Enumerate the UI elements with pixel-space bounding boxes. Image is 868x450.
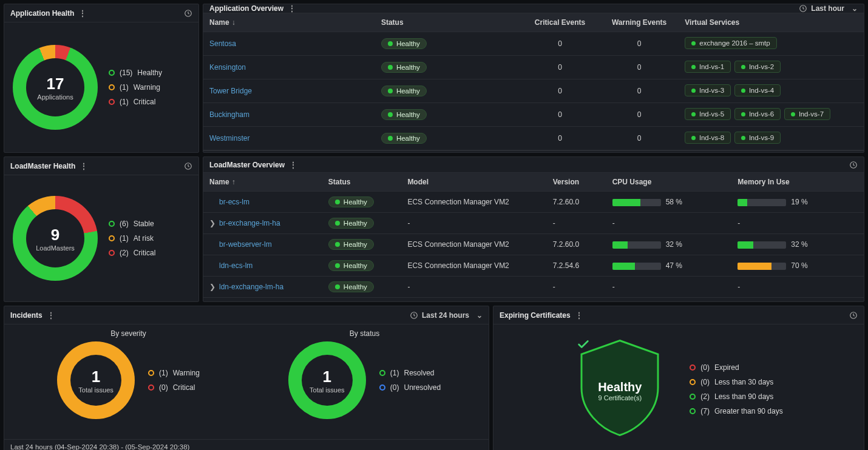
col-version[interactable]: Version <box>547 173 606 192</box>
legend-lm-health: (6)Stable(1)At risk(2)Critical <box>109 220 155 257</box>
usage-cell: 53 % <box>731 298 864 301</box>
version-cell: 7.2.48.9 <box>547 298 606 301</box>
panel-loadmaster-overview: LoadMaster Overview ⋮ Name↑ Status Model… <box>203 156 864 302</box>
vs-badge[interactable]: lnd-vs-4 <box>734 84 781 96</box>
app-link[interactable]: Westminster <box>209 134 249 143</box>
lm-link[interactable]: br-webserver-lm <box>219 240 272 249</box>
vs-badge[interactable]: exchange 2016 – smtp <box>685 37 776 49</box>
col-name[interactable]: Name↑ <box>203 173 322 192</box>
model-cell: ECS Connection Manager VM2 <box>401 234 546 255</box>
time-range-picker[interactable]: Last 24 hours ⌄ <box>410 311 483 320</box>
col-warning[interactable]: Warning Events <box>600 13 679 32</box>
vs-badge[interactable]: lnd-vs-8 <box>685 132 731 144</box>
usage-bar <box>612 241 661 249</box>
usage-cell: 47 % <box>606 255 732 277</box>
legend-item[interactable]: (2)Less than 90 days <box>690 392 782 401</box>
table-row[interactable]: BuckinghamHealthy00lnd-vs-5lnd-vs-6lnd-v… <box>203 103 864 127</box>
status-dot-icon <box>379 385 385 391</box>
legend-item[interactable]: (1)Critical <box>109 98 162 106</box>
legend-count: (6) <box>120 220 129 228</box>
kebab-menu[interactable]: ⋮ <box>290 161 297 169</box>
lm-link[interactable]: br-exchange-lm-ha <box>219 219 280 227</box>
kebab-menu[interactable]: ⋮ <box>79 9 86 18</box>
col-name[interactable]: Name↓ <box>203 13 375 32</box>
vs-cell: lnd-vs-5lnd-vs-6lnd-vs-7 <box>679 103 864 127</box>
status-dot-icon <box>335 284 340 289</box>
usage-pct: 58 % <box>666 198 690 206</box>
expand-toggle[interactable]: ❯ <box>209 219 215 227</box>
expand-toggle[interactable]: ❯ <box>209 283 215 291</box>
status-dot-icon <box>388 89 393 93</box>
table-row[interactable]: Tower BridgeHealthy00lnd-vs-3lnd-vs-4 <box>203 79 864 103</box>
legend-label: Critical <box>134 249 156 257</box>
legend-item[interactable]: (1)Warning <box>148 369 200 377</box>
vs-badge[interactable]: lnd-vs-7 <box>784 108 830 120</box>
legend-item[interactable]: (1)Warning <box>109 83 162 92</box>
col-status[interactable]: Status <box>375 13 520 32</box>
shield-badge: Healthy 9 Certificate(s) <box>574 338 665 441</box>
lm-link[interactable]: ldn-exchange-lm-ha <box>219 283 283 291</box>
status-dot-icon <box>741 112 745 116</box>
status-dot-icon <box>109 235 115 241</box>
app-link[interactable]: Sentosa <box>209 39 236 48</box>
usage-bar <box>737 199 786 206</box>
app-link[interactable]: Tower Bridge <box>209 87 252 95</box>
status-dot-icon <box>335 263 340 268</box>
donut-label: Applications <box>37 93 73 101</box>
kebab-menu[interactable]: ⋮ <box>575 311 583 320</box>
legend-item[interactable]: (15)Healthy <box>109 69 162 77</box>
vs-badge[interactable]: lnd-vs-1 <box>685 61 731 73</box>
warning-count: 0 <box>600 56 679 79</box>
table-row[interactable]: SentosaHealthy00exchange 2016 – smtp <box>203 32 864 56</box>
legend-item[interactable]: (2)Critical <box>109 249 155 257</box>
table-row[interactable]: WestminsterHealthy00lnd-vs-8lnd-vs-9 <box>203 127 864 150</box>
col-mem[interactable]: Memory In Use <box>731 173 864 192</box>
kebab-menu[interactable]: ⋮ <box>288 4 296 13</box>
lm-link[interactable]: br-ecs-lm <box>219 198 249 206</box>
legend-item[interactable]: (0)Unresolved <box>379 383 441 392</box>
vs-badge[interactable]: lnd-vs-3 <box>685 84 731 96</box>
vs-badge[interactable]: lnd-vs-9 <box>734 132 781 144</box>
legend-count: (0) <box>700 363 710 372</box>
chevron-down-icon: ⌄ <box>852 4 858 13</box>
table-row[interactable]: KensingtonHealthy00lnd-vs-1lnd-vs-2 <box>203 56 864 79</box>
lm-link[interactable]: ldn-ecs-lm <box>219 261 253 270</box>
vs-badge[interactable]: lnd-vs-2 <box>734 61 781 73</box>
status-dot-icon <box>388 41 393 46</box>
col-vs[interactable]: Virtual Services <box>679 13 864 32</box>
legend-incidents-status: (1)Resolved(0)Unresolved <box>379 369 441 392</box>
vs-badge[interactable]: lnd-vs-6 <box>734 108 781 120</box>
table-row[interactable]: br-ecs-lmHealthyECS Connection Manager V… <box>203 192 864 213</box>
sort-desc-icon: ↓ <box>232 18 236 27</box>
col-model[interactable]: Model <box>401 173 546 192</box>
version-cell: - <box>547 277 606 298</box>
legend-app-health: (15)Healthy(1)Warning(1)Critical <box>109 69 162 106</box>
legend-item[interactable]: (6)Stable <box>109 220 155 228</box>
col-critical[interactable]: Critical Events <box>520 13 600 32</box>
legend-item[interactable]: (1)Resolved <box>379 369 441 377</box>
legend-item[interactable]: (0)Less than 30 days <box>690 378 782 386</box>
table-row[interactable]: ldn-ecs-lmHealthyECS Connection Manager … <box>203 255 864 277</box>
legend-item[interactable]: (1)At risk <box>109 234 155 243</box>
shield-sub: 9 Certificate(s) <box>598 394 642 401</box>
legend-item[interactable]: (7)Greater than 90 days <box>690 407 782 415</box>
table-row[interactable]: br-webserver-lmHealthyECS Connection Man… <box>203 234 864 255</box>
kebab-menu[interactable]: ⋮ <box>47 311 55 320</box>
table-row[interactable]: ldn-webserver-lmHealthyECS Connection Ma… <box>203 298 864 301</box>
legend-item[interactable]: (0)Critical <box>148 383 200 392</box>
legend-label: Less than 90 days <box>714 392 773 401</box>
panel-title: LoadMaster Health <box>10 162 75 170</box>
kebab-menu[interactable]: ⋮ <box>80 162 87 170</box>
col-cpu[interactable]: CPU Usage <box>606 173 732 192</box>
status-pill: Healthy <box>381 109 427 120</box>
app-link[interactable]: Buckingham <box>209 110 249 119</box>
col-status[interactable]: Status <box>322 173 402 192</box>
sort-asc-icon: ↑ <box>232 178 236 186</box>
app-link[interactable]: Kensington <box>209 63 246 72</box>
table-row[interactable]: ❯ldn-exchange-lm-haHealthy---- <box>203 277 864 298</box>
legend-item[interactable]: (0)Expired <box>690 363 782 372</box>
panel-incidents: Incidents ⋮ Last 24 hours ⌄ By severity <box>4 306 489 450</box>
table-row[interactable]: ❯br-exchange-lm-haHealthy---- <box>203 213 864 234</box>
time-range-picker[interactable]: Last hour ⌄ <box>799 4 858 13</box>
vs-badge[interactable]: lnd-vs-5 <box>685 108 731 120</box>
